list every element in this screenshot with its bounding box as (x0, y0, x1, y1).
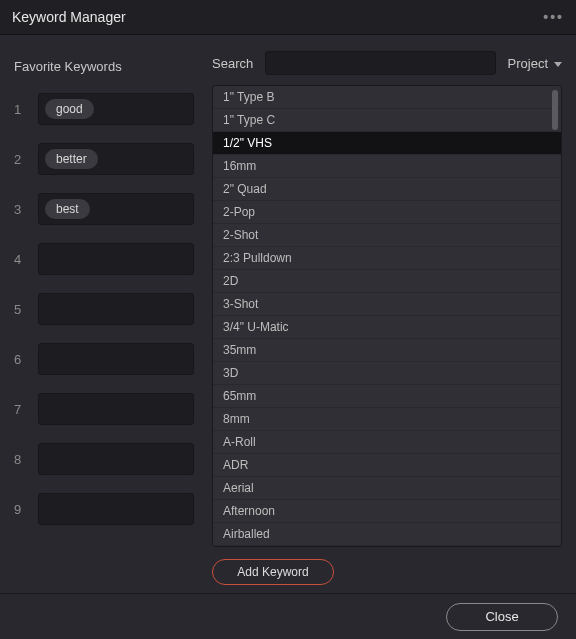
favorite-slot-number: 3 (14, 202, 26, 217)
favorite-slot-number: 1 (14, 102, 26, 117)
keyword-item[interactable]: 2-Pop (213, 201, 561, 224)
favorite-slot[interactable]: better (38, 143, 194, 175)
chevron-down-icon (554, 62, 562, 67)
add-keyword-button[interactable]: Add Keyword (212, 559, 334, 585)
keyword-list[interactable]: 1" Type B1" Type C1/2" VHS16mm2" Quad2-P… (212, 85, 562, 547)
scope-label: Project (508, 56, 548, 71)
scrollbar-thumb[interactable] (552, 90, 558, 130)
keyword-item[interactable]: 35mm (213, 339, 561, 362)
keyword-item[interactable]: 8mm (213, 408, 561, 431)
close-button[interactable]: Close (446, 603, 558, 631)
keyword-item[interactable]: 3/4" U-Matic (213, 316, 561, 339)
favorite-slot-number: 8 (14, 452, 26, 467)
scope-dropdown[interactable]: Project (508, 56, 562, 71)
favorite-slot-number: 2 (14, 152, 26, 167)
keyword-item[interactable]: 2:3 Pulldown (213, 247, 561, 270)
keyword-item[interactable]: 65mm (213, 385, 561, 408)
keyword-item[interactable]: Airballed (213, 523, 561, 546)
favorite-slot[interactable]: best (38, 193, 194, 225)
keyword-tag[interactable]: better (45, 149, 98, 169)
keyword-item[interactable]: 3-Shot (213, 293, 561, 316)
favorites-header: Favorite Keywords (14, 51, 194, 81)
favorite-slot-number: 6 (14, 352, 26, 367)
favorite-slot[interactable] (38, 443, 194, 475)
keyword-item[interactable]: 1" Type C (213, 109, 561, 132)
favorite-slot[interactable] (38, 293, 194, 325)
favorite-slot-number: 5 (14, 302, 26, 317)
favorite-slot[interactable] (38, 243, 194, 275)
favorite-slot-number: 9 (14, 502, 26, 517)
keyword-item[interactable]: 2D (213, 270, 561, 293)
favorite-slot[interactable]: good (38, 93, 194, 125)
more-options-icon[interactable]: ••• (543, 9, 564, 25)
keyword-tag[interactable]: best (45, 199, 90, 219)
keyword-item[interactable]: 3D (213, 362, 561, 385)
keyword-item[interactable]: 16mm (213, 155, 561, 178)
keyword-item[interactable]: Aerial (213, 477, 561, 500)
favorite-slot-number: 4 (14, 252, 26, 267)
search-input[interactable] (265, 51, 495, 75)
keyword-tag[interactable]: good (45, 99, 94, 119)
window-title: Keyword Manager (12, 9, 543, 25)
favorite-slot[interactable] (38, 343, 194, 375)
favorite-slot-number: 7 (14, 402, 26, 417)
search-label: Search (212, 56, 253, 71)
keyword-item[interactable]: 2" Quad (213, 178, 561, 201)
keyword-item[interactable]: 1/2" VHS (213, 132, 561, 155)
keyword-item[interactable]: A-Roll (213, 431, 561, 454)
favorite-slot[interactable] (38, 393, 194, 425)
keyword-item[interactable]: 2-Shot (213, 224, 561, 247)
keyword-item[interactable]: Afternoon (213, 500, 561, 523)
titlebar: Keyword Manager ••• (0, 0, 576, 35)
keyword-item[interactable]: 1" Type B (213, 86, 561, 109)
keyword-item[interactable]: ADR (213, 454, 561, 477)
favorite-slot[interactable] (38, 493, 194, 525)
